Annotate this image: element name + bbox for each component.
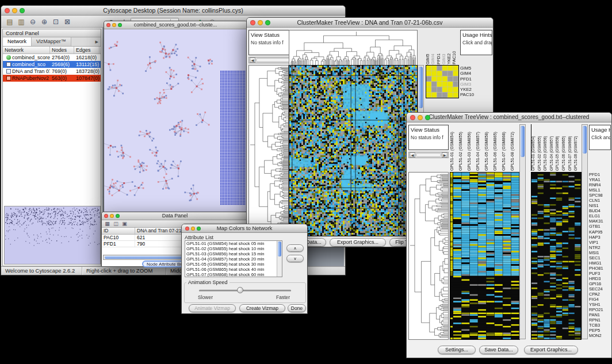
attribute-list-item[interactable]: GPL51-05 (GSM858) heat shock 30 min xyxy=(185,262,277,267)
close-icon[interactable] xyxy=(104,214,108,218)
column-label: GPL51-06 (GSM865) xyxy=(562,124,568,171)
scroll-track[interactable] xyxy=(416,153,441,157)
network-row[interactable]: DNA and Tran 07769(0)183728(0) xyxy=(3,68,101,75)
close-icon[interactable] xyxy=(410,115,415,120)
table-options-icon[interactable]: ▣ xyxy=(121,221,128,227)
network-row[interactable]: combined_sco2569(6)13112(15) xyxy=(3,61,101,68)
zoom-fit-icon[interactable]: ⊠ xyxy=(62,17,72,26)
import-network-icon[interactable]: ▥ xyxy=(16,17,26,26)
maximize-icon[interactable] xyxy=(118,23,122,27)
zoom-in-icon[interactable]: ⊕ xyxy=(39,17,49,26)
selection-vscrollbar[interactable] xyxy=(582,124,588,339)
attribute-list-item[interactable]: GPL51-02 (GSM855) heat shock 10 min xyxy=(185,246,277,251)
data-column-header: ID xyxy=(102,228,135,234)
treeview-combined-titlebar[interactable]: ClusterMaker TreeView : combined_scores_… xyxy=(407,113,611,122)
create-vizmap-button[interactable]: Create Vizmap xyxy=(239,304,285,312)
row-dendrogram[interactable] xyxy=(248,65,289,236)
zoom-out-icon[interactable]: ⊖ xyxy=(28,17,38,26)
attribute-list-item[interactable]: GPL51-03 (GSM856) heat shock 15 min xyxy=(185,251,277,256)
row-dendrogram[interactable] xyxy=(408,172,449,340)
attribute-list-scrollbar[interactable] xyxy=(277,241,282,277)
network-row[interactable]: combined_scores2764(0)16218(0) xyxy=(3,54,101,61)
tab-vizmapper[interactable]: VizMapper™ xyxy=(32,37,71,46)
usage-hints-title: Usage Hints xyxy=(461,30,492,38)
export-graphics-button[interactable]: Export Graphics... xyxy=(330,238,386,247)
main-titlebar[interactable]: Cytoscape Desktop (Session Name: collins… xyxy=(1,6,345,16)
gene-label: CLN1 xyxy=(589,198,612,203)
minimize-icon[interactable] xyxy=(110,214,114,218)
move-up-button[interactable]: ∧ xyxy=(286,244,304,252)
attribute-list-item[interactable]: GPL51-06 (GSM865) heat shock 40 min xyxy=(185,267,277,272)
column-dendrogram[interactable] xyxy=(289,30,418,66)
maximize-icon[interactable] xyxy=(197,227,201,231)
view-status-panel: View Status No status info f xyxy=(408,125,449,150)
attribute-list-item[interactable]: GPL51-07 (GSM868) heat shock 60 min xyxy=(185,272,277,277)
usage-hints-title: Usage Hints xyxy=(590,125,610,133)
attribute-select-icon[interactable]: ▦ xyxy=(104,221,111,227)
heatmap[interactable] xyxy=(289,65,418,236)
gene-label: HMG1 xyxy=(589,260,612,266)
maximize-icon[interactable] xyxy=(265,20,270,25)
heatmap-vscrollbar[interactable] xyxy=(519,124,526,339)
close-icon[interactable] xyxy=(5,8,10,13)
done-button[interactable]: Done xyxy=(288,304,306,312)
view-status-text: No status info f xyxy=(409,133,448,140)
column-label: GIM3 xyxy=(442,30,447,64)
selection-heatmap[interactable] xyxy=(531,172,582,340)
minimize-icon[interactable] xyxy=(112,23,116,27)
column-label: GPL51-01 (GSM854) xyxy=(531,124,538,171)
gene-label: MSI1 xyxy=(589,250,612,255)
map-colors-titlebar[interactable]: Map Colors to Network xyxy=(182,224,307,233)
scroll-left-icon[interactable]: ◀ xyxy=(410,152,415,158)
gene-label: HRD3 xyxy=(589,276,612,281)
network-overview-thumbnail[interactable] xyxy=(4,206,101,265)
zoom-scrollbar[interactable]: ◀ ▶ xyxy=(408,152,449,158)
close-icon[interactable] xyxy=(250,20,255,25)
minimize-icon[interactable] xyxy=(191,227,195,231)
toolbar-left-icons: ▤▥⊖⊕⊡⊠ xyxy=(5,17,72,26)
export-graphics-button[interactable]: Export Graphics... xyxy=(524,346,578,354)
speed-slider-track[interactable] xyxy=(199,290,291,292)
maximize-icon[interactable] xyxy=(20,8,25,13)
attribute-list[interactable]: GPL51-01 (GSM854) heat shock 05 minGPL51… xyxy=(185,240,282,277)
column-label: GPL51-02 (GSM855) xyxy=(458,124,467,171)
scroll-left-icon[interactable]: ◀ xyxy=(250,58,255,63)
tab-overflow-icon[interactable]: ▶ xyxy=(93,37,101,46)
close-icon[interactable] xyxy=(185,227,189,231)
treeview-combined-title: ClusterMaker TreeView : combined_scores_… xyxy=(429,114,590,120)
treeview-dna-titlebar[interactable]: ClusterMaker TreeView : DNA and Tran 07-… xyxy=(247,18,493,28)
attribute-list-item[interactable]: GPL51-01 (GSM854) heat shock 05 min xyxy=(185,241,277,246)
minimize-icon[interactable] xyxy=(418,115,423,120)
heatmap[interactable] xyxy=(450,172,520,340)
tab-network[interactable]: Network xyxy=(3,37,32,46)
scroll-right-icon[interactable]: ▶ xyxy=(442,152,447,158)
gene-label: TCB3 xyxy=(589,323,612,328)
attribute-list-item[interactable]: GPL51-04 (GSM857) heat shock 20 min xyxy=(185,256,277,262)
open-session-icon[interactable]: ▤ xyxy=(5,17,15,26)
function-icon[interactable]: ◫ xyxy=(112,221,120,227)
gene-label: MON2 xyxy=(589,333,612,338)
network-canvas[interactable] xyxy=(104,29,247,212)
network-icon xyxy=(6,55,11,60)
settings-button[interactable]: Settings... xyxy=(438,346,476,354)
maximize-icon[interactable] xyxy=(425,115,430,120)
submatrix-heatmap[interactable] xyxy=(426,65,459,98)
scroll-track[interactable] xyxy=(256,58,292,62)
save-data-button[interactable]: Save Data... xyxy=(479,346,518,354)
minimize-icon[interactable] xyxy=(258,20,263,25)
gene-label: PEP5 xyxy=(589,328,612,333)
move-down-button[interactable]: ∨ xyxy=(286,255,304,262)
column-label: GPL51-07 (GSM868) xyxy=(502,124,510,171)
attribute-list-label: Attribute List xyxy=(185,235,213,240)
network-row[interactable]: RNAPuberNov2563(0)107847(0) xyxy=(3,75,101,82)
speed-slider-knob[interactable] xyxy=(237,287,243,293)
minimize-icon[interactable] xyxy=(12,8,17,13)
gene-label: NIS1 xyxy=(589,203,612,208)
gene-label: PHO81 xyxy=(589,266,612,271)
maximize-icon[interactable] xyxy=(116,214,120,218)
network-view-titlebar[interactable]: combined_scores_good.txt--cluste... xyxy=(104,21,247,29)
zoom-selected-icon[interactable]: ⊡ xyxy=(51,17,61,26)
close-icon[interactable] xyxy=(106,23,110,27)
gene-label: KAP95 xyxy=(589,229,612,235)
data-panel-titlebar[interactable]: Data Panel xyxy=(102,212,248,220)
